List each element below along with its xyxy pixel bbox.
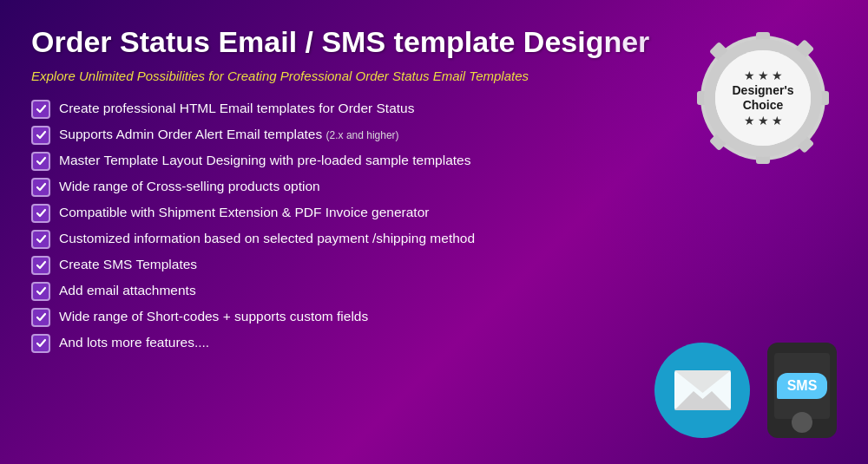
feature-text: Add email attachments xyxy=(59,281,196,300)
check-icon xyxy=(31,334,50,353)
star-1: ★ xyxy=(744,69,755,82)
feature-text: Create professional HTML Email templates… xyxy=(59,99,414,118)
star-4: ★ xyxy=(744,114,755,127)
feature-text: Wide range of Cross-selling products opt… xyxy=(59,177,320,196)
feature-item: And lots more features.... xyxy=(31,333,665,353)
sms-screen: SMS xyxy=(774,353,830,419)
check-icon xyxy=(31,308,50,327)
star-6: ★ xyxy=(772,114,783,127)
feature-item: Create SMS Templates xyxy=(31,255,665,275)
feature-item: Compatible with Shipment Extension & PDF… xyxy=(31,203,665,223)
feature-item: Customized information based on selected… xyxy=(31,229,665,249)
feature-item: Wide range of Short-codes + supports cus… xyxy=(31,307,665,327)
check-icon xyxy=(31,230,50,249)
check-icon xyxy=(31,126,50,145)
main-container: Order Status Email / SMS template Design… xyxy=(0,0,868,464)
feature-text: Customized information based on selected… xyxy=(59,229,475,248)
badge-text-line2: Choice xyxy=(743,99,784,112)
badge-stars-bottom: ★ ★ ★ xyxy=(744,114,783,127)
check-icon xyxy=(31,256,50,275)
features-list: Create professional HTML Email templates… xyxy=(31,99,665,353)
feature-text: And lots more features.... xyxy=(59,333,209,352)
badge-text-line1: Designer's xyxy=(732,84,793,97)
badge-inner-circle: ★ ★ ★ Designer's Choice ★ ★ ★ xyxy=(715,50,811,146)
bottom-icons: SMS xyxy=(654,343,837,438)
star-5: ★ xyxy=(758,114,769,127)
email-circle-icon xyxy=(654,343,750,438)
feature-item: Wide range of Cross-selling products opt… xyxy=(31,177,665,197)
sms-label: SMS xyxy=(787,378,818,394)
check-icon xyxy=(31,100,50,119)
designers-choice-badge: ★ ★ ★ Designer's Choice ★ ★ ★ xyxy=(689,24,837,172)
star-3: ★ xyxy=(772,69,783,82)
feature-text: Supports Admin Order Alert Email templat… xyxy=(59,125,399,144)
badge-stars-top: ★ ★ ★ xyxy=(744,69,783,82)
check-icon xyxy=(31,282,50,301)
feature-text: Create SMS Templates xyxy=(59,255,197,274)
star-2: ★ xyxy=(758,69,769,82)
phone-home-button xyxy=(792,412,812,433)
feature-item: Add email attachments xyxy=(31,281,665,301)
feature-item: Create professional HTML Email templates… xyxy=(31,99,665,119)
feature-text: Master Template Layout Designing with pr… xyxy=(59,151,470,170)
sms-phone-icon: SMS xyxy=(767,343,837,438)
feature-text: Compatible with Shipment Extension & PDF… xyxy=(59,203,429,222)
check-icon xyxy=(31,152,50,171)
envelope-svg xyxy=(674,370,731,410)
feature-text-small: (2.x and higher) xyxy=(326,129,399,141)
feature-item: Supports Admin Order Alert Email templat… xyxy=(31,125,665,145)
feature-item: Master Template Layout Designing with pr… xyxy=(31,151,665,171)
check-icon xyxy=(31,178,50,197)
check-icon xyxy=(31,204,50,223)
sms-bubble: SMS xyxy=(777,373,828,399)
feature-text: Wide range of Short-codes + supports cus… xyxy=(59,307,368,326)
